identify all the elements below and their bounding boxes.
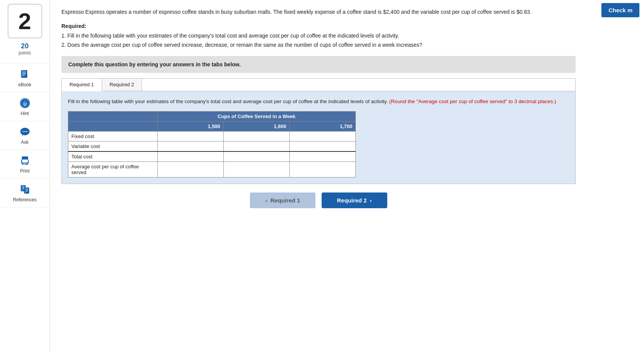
required-title: Required: — [61, 23, 576, 29]
next-button[interactable]: Required 2 › — [322, 192, 387, 208]
svg-rect-28 — [23, 186, 25, 187]
tab-content-required1: Fill in the following table with your es… — [62, 91, 575, 184]
sidebar-hint-label: Hint — [21, 111, 29, 116]
average-cost-1700[interactable] — [289, 161, 355, 177]
prev-arrow-icon: ‹ — [265, 197, 267, 204]
required-instruction-2: 2. Does the average cost per cup of coff… — [61, 41, 576, 50]
variable-cost-1500[interactable] — [157, 141, 223, 151]
points-text: points — [18, 50, 31, 56]
book-icon — [19, 68, 31, 81]
svg-rect-21 — [22, 160, 28, 163]
total-cost-1700 — [289, 151, 355, 162]
fixed-cost-label: Fixed cost — [68, 131, 158, 141]
svg-rect-24 — [23, 164, 26, 165]
svg-rect-4 — [23, 75, 25, 76]
data-table: Cups of Coffee Served in a Week 1,500 1,… — [68, 111, 356, 178]
hint-icon — [19, 97, 31, 109]
variable-cost-1500-input[interactable] — [158, 141, 223, 151]
problem-text: Espresso Express operates a number of es… — [61, 8, 576, 16]
check-my-work-button[interactable]: Check m — [601, 3, 639, 17]
sidebar-item-hint[interactable]: Hint — [0, 92, 50, 121]
average-cost-1500-input[interactable] — [158, 164, 223, 174]
total-cost-label: Total cost — [68, 151, 158, 162]
sidebar-print-label: Print — [20, 168, 30, 174]
svg-rect-1 — [22, 70, 23, 78]
fixed-cost-1500[interactable] — [157, 131, 223, 141]
prev-button[interactable]: ‹ Required 1 — [250, 192, 315, 208]
bottom-nav: ‹ Required 1 Required 2 › — [61, 192, 576, 208]
sidebar: 2 20 points eBook — [0, 0, 50, 352]
svg-point-17 — [24, 131, 25, 132]
table-header-empty — [68, 111, 158, 121]
average-cost-1500[interactable] — [157, 161, 223, 177]
average-cost-1600-input[interactable] — [224, 164, 289, 174]
svg-rect-31 — [24, 188, 29, 194]
points-value: 20 — [18, 42, 31, 50]
variable-cost-1700-input[interactable] — [290, 141, 355, 151]
fixed-cost-1700[interactable] — [289, 131, 355, 141]
svg-rect-33 — [26, 189, 28, 189]
sidebar-ebook-label: eBook — [18, 82, 31, 87]
variable-cost-1700[interactable] — [289, 141, 355, 151]
tab-required2[interactable]: Required 2 — [102, 79, 142, 91]
tab-required1[interactable]: Required 1 — [62, 79, 102, 91]
required-instruction-1: 1. Fill in the following table with your… — [61, 31, 576, 41]
fixed-cost-1600[interactable] — [223, 131, 289, 141]
tabs-header: Required 1 Required 2 — [62, 79, 575, 91]
sidebar-item-ebook[interactable]: eBook — [0, 63, 50, 92]
tab-description: Fill in the following table with your es… — [68, 97, 569, 106]
round-note: (Round the "Average cost per cup of coff… — [389, 99, 556, 104]
average-cost-1700-input[interactable] — [290, 164, 355, 174]
svg-rect-3 — [23, 73, 26, 74]
svg-rect-30 — [23, 189, 24, 189]
svg-rect-32 — [25, 188, 26, 194]
next-arrow-icon: › — [370, 197, 372, 204]
average-cost-1600[interactable] — [223, 161, 289, 177]
sidebar-ask-label: Ask — [21, 140, 28, 145]
variable-cost-1600-input[interactable] — [224, 141, 289, 151]
svg-point-25 — [27, 161, 28, 162]
instruction-text: Complete this question by entering your … — [68, 61, 241, 67]
fixed-cost-1600-input[interactable] — [224, 132, 289, 141]
print-icon — [19, 155, 31, 167]
sidebar-item-print[interactable]: Print — [0, 150, 50, 178]
ask-icon — [19, 126, 31, 138]
fixed-cost-1500-input[interactable] — [158, 132, 223, 141]
sidebar-item-ask[interactable]: Ask — [0, 121, 50, 150]
tabs-container: Required 1 Required 2 Fill in the follow… — [61, 78, 576, 184]
prev-button-label: Required 1 — [270, 197, 300, 204]
sidebar-references-label: References — [13, 197, 36, 202]
total-cost-1500 — [157, 151, 223, 162]
question-number: 2 — [8, 4, 42, 38]
svg-point-18 — [26, 131, 27, 132]
next-button-label: Required 2 — [337, 197, 367, 204]
instruction-box: Complete this question by entering your … — [61, 56, 576, 73]
average-cost-label: Average cost per cup of coffee served — [68, 161, 158, 177]
variable-cost-1600[interactable] — [223, 141, 289, 151]
table-header-main: Cups of Coffee Served in a Week — [157, 111, 355, 121]
svg-rect-27 — [21, 185, 23, 191]
table-row-total-cost: Total cost — [68, 151, 356, 162]
table-col-1700: 1,700 — [289, 121, 355, 131]
table-col-1500: 1,500 — [157, 121, 223, 131]
svg-rect-35 — [26, 191, 28, 191]
table-row-average-cost: Average cost per cup of coffee served — [68, 161, 356, 177]
sidebar-item-references[interactable]: References — [0, 178, 50, 207]
main-content: Espresso Express operates a number of es… — [50, 0, 587, 352]
svg-rect-34 — [26, 190, 28, 190]
table-col-1600: 1,600 — [223, 121, 289, 131]
references-icon — [19, 183, 31, 196]
svg-point-16 — [22, 131, 23, 132]
fixed-cost-1700-input[interactable] — [290, 132, 355, 141]
total-cost-1600 — [223, 151, 289, 162]
svg-rect-2 — [23, 72, 26, 72]
variable-cost-label: Variable cost — [68, 141, 158, 151]
table-row-fixed-cost: Fixed cost — [68, 131, 356, 141]
points-display: 20 points — [18, 42, 31, 56]
required-section: Required: 1. Fill in the following table… — [61, 23, 576, 50]
table-row-variable-cost: Variable cost — [68, 141, 356, 151]
table-subheader-label — [68, 121, 158, 131]
svg-rect-23 — [23, 163, 27, 164]
